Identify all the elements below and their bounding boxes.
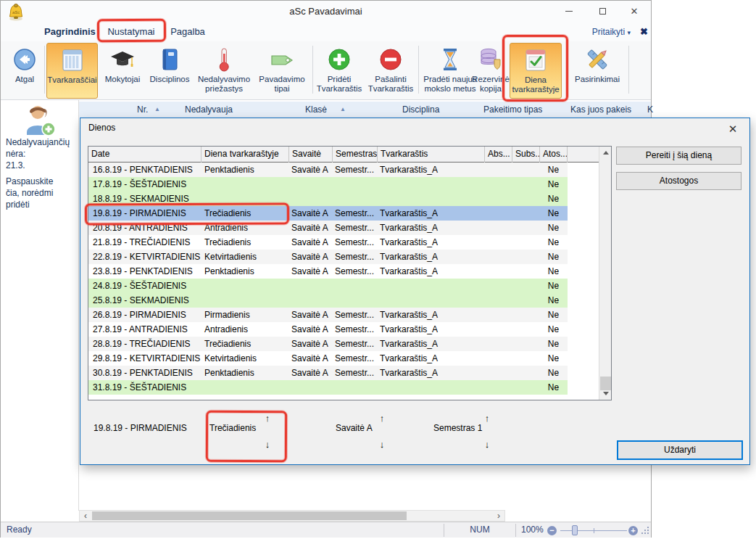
dialog-title: Dienos	[88, 123, 115, 133]
resize-grip-icon[interactable]	[641, 527, 650, 535]
header-semestras[interactable]: Semestras	[333, 147, 378, 163]
cell-week	[288, 293, 332, 308]
zoom-out-icon[interactable]: −	[547, 526, 557, 535]
header-abs[interactable]: Abs...	[485, 147, 512, 163]
cell-date: 17.8.19 - ŠEŠTADIENIS	[88, 177, 202, 192]
days-table: Date Diena tvarkaraštyje Savaitė Semestr…	[88, 146, 612, 400]
cell-semester: Semestr...	[332, 366, 377, 380]
mokytojai-button[interactable]: Mokytojai	[99, 43, 146, 99]
table-row[interactable]: 18.8.19 - SEKMADIENISNe	[88, 192, 568, 206]
cell-date: 24.8.19 - ŠEŠTADIENIS	[88, 279, 202, 293]
pradeti-naujus-mokslo-metus-button[interactable]: Pradėti naujus mokslo metus	[421, 43, 479, 99]
atgal-button[interactable]: Atgal	[7, 43, 43, 99]
table-row[interactable]: 30.8.19 - PENKTADIENISPenktadienisSavait…	[88, 366, 568, 380]
column-pakeitimo-tipas[interactable]: Pakeitimo tipas	[483, 102, 542, 118]
table-row[interactable]: 24.8.19 - ŠEŠTADIENISNe	[88, 279, 568, 293]
scroll-up-icon[interactable]	[599, 147, 612, 159]
diena-tvarkarastyje-button[interactable]: Diena tvarkaraštyje	[510, 43, 562, 99]
close-dialog-button[interactable]: Uždaryti	[617, 440, 743, 460]
cell-date: 23.8.19 - PENKTADIENIS	[88, 264, 202, 279]
add-absence-hint[interactable]: Paspauskite čia, norėdmi pridėti	[6, 176, 79, 210]
maximize-button[interactable]	[591, 1, 614, 22]
prideti-tvarkarastis-button[interactable]: Pridėti Tvarkaraštis	[315, 43, 363, 99]
pasalinti-tvarkarastis-button[interactable]: Pašalinti Tvarkaraštis	[366, 43, 415, 99]
zoom-slider-thumb[interactable]	[572, 525, 578, 535]
cell-day	[202, 293, 288, 308]
table-row[interactable]: 27.8.19 - ANTRADIENISAntradienisSavaitė …	[88, 322, 568, 337]
table-row[interactable]: 22.8.19 - KETVIRTADIENISKetvirtadienisSa…	[88, 250, 568, 264]
scroll-right-icon[interactable]: ›	[493, 511, 504, 521]
cell-abs	[484, 206, 512, 221]
table-row[interactable]: 20.8.19 - ANTRADIENISAntradienisSavaitė …	[88, 221, 568, 235]
scroll-down-icon[interactable]	[599, 387, 612, 400]
nedalyvavimo-priezastys-button[interactable]: Nedalyvavimo priežastys	[194, 43, 254, 99]
header-diena-tvarkarastyje[interactable]: Diena tvarkaraštyje	[202, 147, 289, 163]
thermometer-icon	[211, 44, 237, 75]
cell-semester: Semestr...	[332, 221, 377, 235]
table-row[interactable]: 26.8.19 - PIRMADIENISPirmadienisSavaitė …	[88, 308, 568, 322]
week-up-icon[interactable]: ↑	[376, 413, 388, 424]
column-disciplina[interactable]: Disciplina	[402, 102, 439, 118]
tvarkarasciai-button[interactable]: Tvarkaraščiai	[46, 43, 98, 99]
goto-day-button[interactable]: Pereiti į šią dieną	[616, 147, 742, 165]
semester-down-icon[interactable]: ↓	[481, 439, 493, 450]
disciplinos-button[interactable]: Disciplinos	[146, 43, 194, 99]
cell-atos: Ne	[539, 366, 568, 380]
cell-semester	[332, 293, 377, 308]
day-up-icon[interactable]: ↑	[262, 413, 273, 424]
horizontal-scrollbar[interactable]: ‹ ›	[79, 510, 505, 522]
dialog-close-icon[interactable]: ✕	[725, 121, 741, 137]
cell-timetable	[377, 177, 484, 192]
cell-timetable: Tvarkaraštis_A	[377, 337, 484, 351]
close-window-button[interactable]: ✕	[623, 1, 646, 22]
header-subs[interactable]: Subs...	[512, 147, 540, 163]
header-atos[interactable]: Atos...	[540, 147, 568, 163]
minimize-button[interactable]	[557, 1, 581, 22]
cell-week	[288, 279, 332, 293]
absent-person-icon[interactable]	[20, 103, 57, 138]
pasirinkimai-button[interactable]: Pasirinkimai	[570, 43, 624, 99]
table-row[interactable]: 31.8.19 - ŠEŠTADIENISNe	[88, 380, 568, 395]
ribbon-close-icon[interactable]: ✖	[640, 22, 648, 41]
table-row[interactable]: 23.8.19 - PENKTADIENISPenktadienisSavait…	[88, 264, 568, 279]
tab-pagalba[interactable]: Pagalba	[169, 22, 207, 41]
cell-abs	[484, 163, 512, 177]
table-row[interactable]: 17.8.19 - ŠEŠTADIENISNe	[88, 177, 568, 192]
pavadavimo-tipai-button[interactable]: Pavadavimo tipai	[254, 43, 310, 99]
column-nedalyvauja[interactable]: Nedalyvauja	[185, 102, 233, 118]
minimize-icon	[565, 11, 573, 12]
database-shield-icon	[477, 44, 504, 75]
day-down-icon[interactable]: ↓	[262, 439, 273, 450]
table-row[interactable]: 25.8.19 - SEKMADIENISNe	[88, 293, 568, 308]
scroll-left-icon[interactable]: ‹	[80, 511, 91, 521]
column-nr[interactable]: Nr.	[137, 102, 148, 118]
cell-day: Trečiadienis	[202, 235, 288, 250]
tab-nustatymai[interactable]: Nustatymai	[107, 22, 156, 41]
horizontal-scroll-thumb[interactable]	[92, 511, 407, 520]
header-date[interactable]: Date	[88, 147, 202, 163]
column-kas-juos-pakeis[interactable]: Kas juos pakeis	[570, 102, 631, 118]
header-tvarkarastis[interactable]: Tvarkaraštis	[378, 147, 485, 163]
table-row[interactable]: 21.8.19 - TREČIADIENISTrečiadienisSavait…	[88, 235, 568, 250]
column-k-clipped[interactable]: K	[647, 102, 653, 118]
cell-abs	[484, 308, 512, 322]
cell-semester: Semestr...	[332, 351, 377, 366]
holidays-button[interactable]: Atostogos	[616, 172, 742, 190]
zoom-in-icon[interactable]: +	[628, 526, 638, 535]
tab-pagrindinis[interactable]: Pagrindinis	[44, 22, 94, 41]
cell-week	[288, 192, 332, 206]
vertical-scrollbar[interactable]	[599, 147, 611, 400]
table-row[interactable]: 16.8.19 - PENKTADIENISPenktadienisSavait…	[88, 163, 568, 177]
week-down-icon[interactable]: ↓	[376, 439, 388, 450]
column-klase[interactable]: Klasė	[305, 102, 327, 118]
header-savaite[interactable]: Savaitė	[289, 147, 333, 163]
svg-text:aSc: aSc	[12, 10, 20, 15]
semester-up-icon[interactable]: ↑	[481, 413, 493, 424]
table-row[interactable]: 29.8.19 - KETVIRTADIENISKetvirtadienisSa…	[88, 351, 568, 366]
table-row[interactable]: 28.8.19 - TREČIADIENISTrečiadienisSavait…	[88, 337, 568, 351]
table-row[interactable]: 19.8.19 - PIRMADIENISTrečiadienisSavaitė…	[88, 206, 568, 221]
apply-dropdown[interactable]: Pritaikyti ▾	[592, 22, 631, 41]
rezervine-kopija-button[interactable]: Rezervinė kopija	[472, 43, 510, 99]
cell-subs	[512, 177, 539, 192]
cell-subs	[512, 366, 539, 380]
